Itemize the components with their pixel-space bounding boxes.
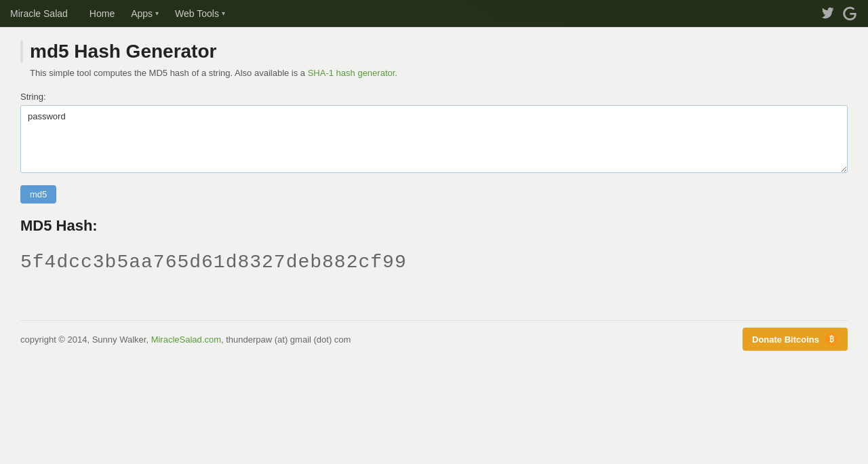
nav-brand[interactable]: Miracle Salad: [10, 8, 68, 19]
main-content: md5 Hash Generator This simple tool comp…: [0, 27, 868, 464]
copyright-text: copyright © 2014, Sunny Walker,: [20, 334, 151, 345]
nav-webtools-label: Web Tools: [175, 8, 219, 19]
nav-links: Home Apps ▾ Web Tools ▾: [81, 0, 820, 27]
footer-email: , thunderpaw (at) gmail (dot) com: [221, 334, 351, 345]
site-link[interactable]: MiracleSalad.com: [151, 334, 221, 345]
donate-label: Donate Bitcoins: [752, 334, 819, 345]
googleplus-icon[interactable]: [842, 5, 858, 22]
twitter-icon[interactable]: [820, 5, 836, 22]
bitcoin-symbol: ₿: [829, 334, 834, 344]
navbar: Miracle Salad Home Apps ▾ Web Tools ▾: [0, 0, 868, 27]
nav-webtools[interactable]: Web Tools ▾: [167, 0, 233, 27]
sha1-link[interactable]: SHA-1 hash generator.: [308, 68, 397, 78]
nav-home[interactable]: Home: [81, 0, 123, 27]
donate-button[interactable]: Donate Bitcoins ₿: [743, 328, 848, 351]
page-description: This simple tool computes the MD5 hash o…: [20, 68, 848, 78]
footer: copyright © 2014, Sunny Walker, MiracleS…: [20, 320, 848, 351]
nav-apps-label: Apps: [131, 8, 153, 19]
webtools-dropdown-arrow: ▾: [222, 9, 225, 17]
nav-apps[interactable]: Apps ▾: [123, 0, 167, 27]
nav-social: [820, 5, 858, 22]
string-label: String:: [20, 92, 848, 102]
string-input[interactable]: password: [20, 105, 848, 173]
apps-dropdown-arrow: ▾: [155, 9, 159, 17]
description-prefix: This simple tool computes the MD5 hash o…: [30, 68, 308, 78]
page-title: md5 Hash Generator: [20, 41, 848, 62]
bitcoin-icon: ₿: [825, 332, 838, 346]
hash-result: 5f4dcc3b5aa765d61d8327deb882cf99: [20, 245, 848, 279]
md5-button[interactable]: md5: [20, 185, 56, 204]
footer-text: copyright © 2014, Sunny Walker, MiracleS…: [20, 334, 351, 345]
hash-heading: MD5 Hash:: [20, 217, 848, 235]
